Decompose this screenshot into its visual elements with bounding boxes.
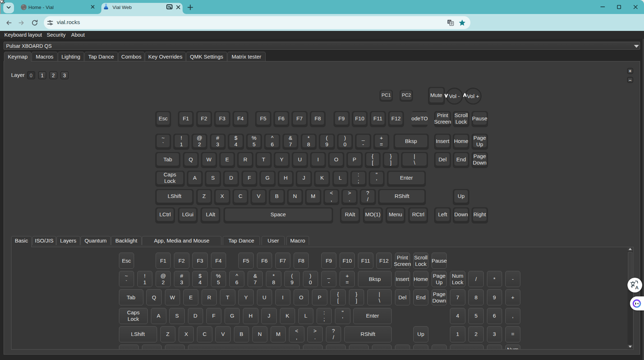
svg-text:A: A	[635, 285, 639, 290]
